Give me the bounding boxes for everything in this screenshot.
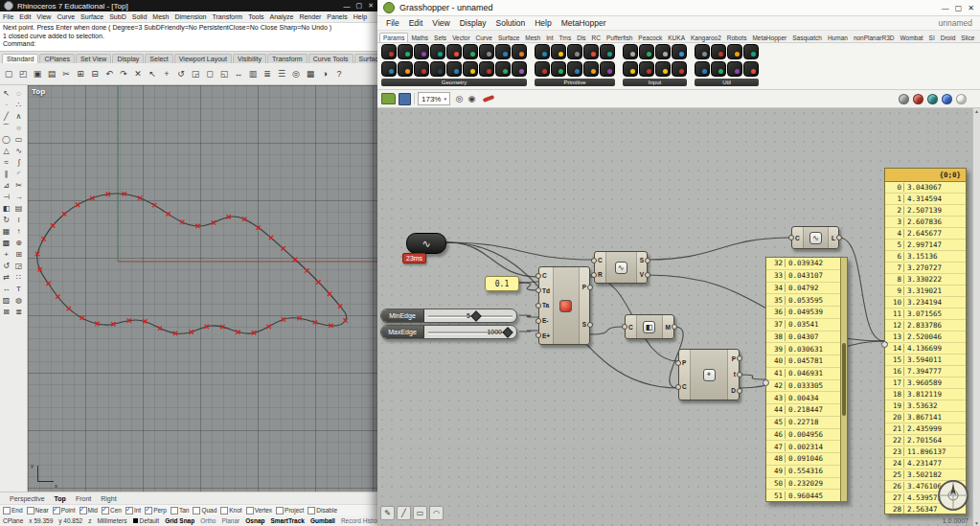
category-tab[interactable]: Surface: [495, 34, 522, 42]
menu-item[interactable]: Help: [530, 18, 556, 28]
menu-item[interactable]: Solid: [129, 13, 150, 20]
zoom-control[interactable]: 173% ▾: [418, 92, 450, 105]
layer-icon[interactable]: ≣: [12, 306, 25, 317]
param-icon[interactable]: [551, 44, 566, 59]
output-port[interactable]: S: [582, 321, 586, 328]
param-icon[interactable]: [512, 61, 527, 77]
slider-knob[interactable]: [502, 327, 513, 337]
menu-item[interactable]: Dimension: [171, 13, 209, 20]
lasso-icon[interactable]: ◌: [12, 87, 25, 99]
polyline-icon[interactable]: ∧: [12, 110, 25, 122]
param-icon[interactable]: [600, 61, 615, 77]
menu-item[interactable]: Display: [455, 18, 491, 28]
preview-sphere-icon[interactable]: [942, 94, 952, 104]
properties-icon[interactable]: ☰: [275, 67, 288, 81]
input-port[interactable]: C: [542, 272, 550, 279]
mesh-icon[interactable]: ▩: [0, 237, 12, 248]
toolbar-tab[interactable]: Curve Tools: [308, 54, 353, 63]
hatch-icon[interactable]: ▨: [0, 294, 12, 306]
category-tab[interactable]: Droid: [938, 34, 959, 42]
category-tab[interactable]: Sasquatch: [789, 34, 825, 42]
osnap-checkbox[interactable]: [3, 507, 11, 515]
rotate-icon[interactable]: ↺: [174, 67, 188, 81]
grasshopper-canvas[interactable]: ∿ 23ms 0.1 MinEdge 5 MaxEdge 1000 CTdTaE…: [377, 108, 980, 526]
osnap-toggle[interactable]: Point: [53, 507, 76, 515]
redo-icon[interactable]: ↷: [117, 67, 130, 81]
curve-param-node[interactable]: ∿: [406, 233, 446, 254]
rect-sketch-icon[interactable]: ▭: [413, 506, 427, 520]
param-icon[interactable]: [446, 61, 462, 77]
menu-item[interactable]: File: [0, 13, 16, 20]
output-port[interactable]: P: [582, 284, 586, 290]
param-icon[interactable]: [727, 44, 742, 59]
new-file-icon[interactable]: ▢: [2, 67, 15, 81]
output-port[interactable]: V: [640, 271, 644, 278]
category-tab[interactable]: Trns: [556, 34, 574, 42]
category-tab[interactable]: Sets: [431, 34, 449, 42]
lock-icon[interactable]: ⊠: [0, 306, 12, 317]
delete-icon[interactable]: ✕: [131, 67, 145, 81]
osnap-checkbox[interactable]: [102, 507, 109, 515]
param-icon[interactable]: [479, 44, 494, 59]
component-curve-closest-point[interactable]: PC ⌖ PtD: [678, 349, 740, 400]
toolbar-tab[interactable]: CPlanes: [39, 54, 74, 63]
input-port[interactable]: C: [598, 257, 603, 263]
extrude-icon[interactable]: ↑: [12, 225, 25, 237]
patch-icon[interactable]: ▦: [0, 225, 12, 237]
ribbon-group-label[interactable]: Primitive: [535, 79, 615, 86]
osnap-checkbox[interactable]: [276, 507, 284, 515]
grasshopper-titlebar[interactable]: Grasshopper - unnamed —▢✕: [377, 0, 980, 16]
copy-icon[interactable]: ⊞: [12, 248, 25, 260]
menu-item[interactable]: Curve: [54, 13, 78, 20]
category-tab[interactable]: Int: [543, 34, 556, 42]
osnap-toggle[interactable]: Project: [276, 507, 304, 515]
window-button[interactable]: ▢: [955, 4, 963, 12]
ribbon-group-label[interactable]: Util: [695, 79, 759, 86]
param-icon[interactable]: [414, 44, 429, 59]
offset-icon[interactable]: ∥: [0, 168, 12, 179]
data-panel-mid[interactable]: 32 0.039342 33 0.043107 34 0.04792: [765, 257, 848, 502]
osnap-checkbox[interactable]: [80, 507, 87, 515]
param-icon[interactable]: [639, 61, 654, 77]
param-icon[interactable]: [495, 61, 511, 77]
point-icon[interactable]: ∙: [0, 99, 12, 110]
osnap-checkbox[interactable]: [145, 507, 152, 515]
canvas-compass-icon[interactable]: [936, 478, 970, 513]
output-port[interactable]: S: [640, 257, 644, 263]
rectangle-icon[interactable]: ▭: [12, 133, 25, 145]
ribbon-group-label[interactable]: Geometry: [381, 79, 527, 86]
menu-item[interactable]: Surface: [78, 13, 106, 20]
copy-icon[interactable]: ⊞: [74, 67, 87, 81]
surface-icon[interactable]: ◧: [0, 202, 12, 214]
osnap-checkbox[interactable]: [171, 507, 178, 515]
pointer-icon[interactable]: ↖: [0, 87, 12, 99]
window-button[interactable]: ✕: [368, 2, 374, 10]
menu-item[interactable]: SubD: [106, 13, 129, 20]
move-icon[interactable]: +: [160, 67, 173, 81]
chamfer-icon[interactable]: ⊿: [0, 179, 12, 191]
menu-item[interactable]: File: [381, 18, 404, 28]
pencil-icon[interactable]: ✎: [380, 506, 395, 520]
category-tab[interactable]: Params: [379, 33, 408, 42]
pan-icon[interactable]: ↔: [232, 67, 245, 81]
category-tab[interactable]: Vector: [449, 34, 472, 42]
param-icon[interactable]: [583, 44, 599, 59]
category-tab[interactable]: Peacock: [635, 34, 665, 42]
window-button[interactable]: —: [942, 4, 949, 12]
param-icon[interactable]: [743, 44, 759, 59]
undo-icon[interactable]: ↶: [103, 67, 116, 81]
param-icon[interactable]: [583, 61, 599, 77]
menu-item[interactable]: Help: [351, 13, 370, 20]
line-sketch-icon[interactable]: ╱: [397, 506, 411, 520]
zoom-window-icon[interactable]: ◻: [203, 67, 217, 81]
window-button[interactable]: —: [344, 3, 351, 10]
menu-item[interactable]: Analyze: [266, 13, 296, 20]
dimension-icon[interactable]: ↔: [0, 283, 12, 294]
category-tab[interactable]: KUKA: [665, 34, 688, 42]
menu-item[interactable]: Panels: [324, 13, 350, 20]
panel-scrollbar[interactable]: [840, 258, 847, 501]
param-icon[interactable]: [623, 44, 638, 59]
viewport-tab[interactable]: Right: [101, 495, 116, 502]
arc-sketch-icon[interactable]: ◠: [429, 506, 444, 520]
open-file-icon[interactable]: ◰: [16, 67, 30, 81]
